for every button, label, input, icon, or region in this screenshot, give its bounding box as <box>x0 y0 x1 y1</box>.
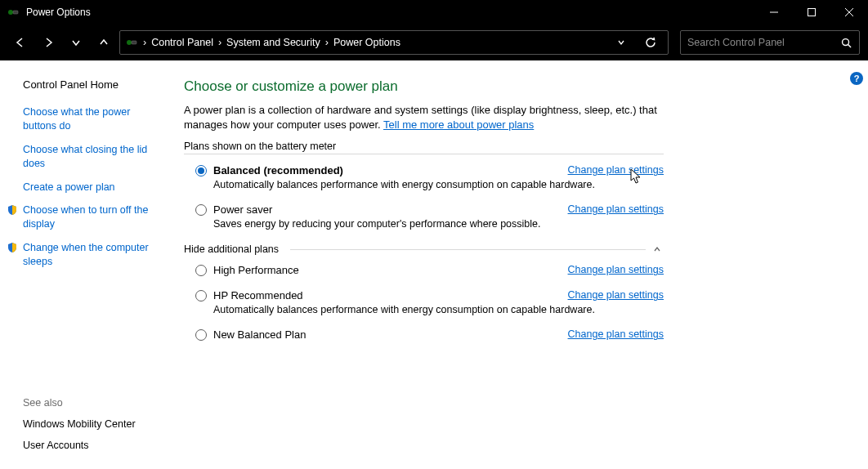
breadcrumb-power-options[interactable]: Power Options <box>333 37 400 48</box>
svg-line-9 <box>848 44 851 47</box>
control-panel-home-link[interactable]: Control Panel Home <box>23 78 159 91</box>
section-battery-label: Plans shown on the battery meter <box>184 141 664 152</box>
change-plan-settings-power-saver[interactable]: Change plan settings <box>568 203 664 215</box>
chevron-right-icon[interactable]: › <box>325 37 329 48</box>
page-title: Choose or customize a power plan <box>184 78 664 95</box>
plan-power-saver-name[interactable]: Power saver <box>213 203 272 216</box>
sidebar-link-computer-sleeps[interactable]: Change when the computer sleeps <box>23 242 149 267</box>
search-box[interactable] <box>680 30 860 55</box>
address-bar[interactable]: › Control Panel › System and Security › … <box>119 30 669 55</box>
change-plan-settings-high-performance[interactable]: Change plan settings <box>568 264 664 275</box>
sidebar-link-create-plan[interactable]: Create a power plan <box>23 181 115 193</box>
search-icon[interactable] <box>839 36 852 49</box>
plan-high-performance-radio[interactable] <box>195 265 207 276</box>
forward-button[interactable] <box>36 30 60 55</box>
plan-hp-recommended-radio[interactable] <box>195 290 207 302</box>
tell-me-more-link[interactable]: Tell me more about power plans <box>383 118 534 131</box>
svg-point-8 <box>842 38 848 45</box>
recent-locations-button[interactable] <box>64 30 88 55</box>
help-icon[interactable]: ? <box>850 72 863 85</box>
plan-balanced: Balanced (recommended) Change plan setti… <box>195 164 664 190</box>
plan-power-saver-radio[interactable] <box>195 204 207 216</box>
plan-new-balanced: New Balanced Plan Change plan settings <box>195 328 664 341</box>
address-icon <box>125 36 138 49</box>
command-bar: › Control Panel › System and Security › … <box>0 25 868 60</box>
plan-power-saver-desc: Saves energy by reducing your computer's… <box>213 218 664 230</box>
search-input[interactable] <box>687 37 839 48</box>
titlebar: Power Options <box>0 0 868 25</box>
client-area: ? Control Panel Home Choose what the pow… <box>0 60 868 469</box>
plan-hp-recommended: HP Recommended Change plan settings Auto… <box>195 289 664 315</box>
sidebar-link-turn-off-display[interactable]: Choose when to turn off the display <box>23 204 148 230</box>
chevron-right-icon[interactable]: › <box>218 37 221 48</box>
plan-high-performance-name[interactable]: High Performance <box>213 264 299 276</box>
svg-rect-7 <box>132 41 136 44</box>
see-also-mobility-center[interactable]: Windows Mobility Center <box>23 418 159 430</box>
collapse-icon[interactable] <box>651 243 664 256</box>
sidebar: Control Panel Home Choose what the power… <box>0 60 168 469</box>
svg-rect-1 <box>13 11 18 14</box>
svg-point-6 <box>127 40 132 45</box>
change-plan-settings-hp-recommended[interactable]: Change plan settings <box>568 289 664 301</box>
address-dropdown-button[interactable] <box>612 31 630 54</box>
window-title: Power Options <box>26 7 91 18</box>
close-button[interactable] <box>830 0 868 25</box>
plan-balanced-desc: Automatically balances performance with … <box>213 179 664 190</box>
page-description: A power plan is a collection of hardware… <box>184 103 664 132</box>
plan-hp-recommended-desc: Automatically balances performance with … <box>213 304 664 315</box>
maximize-button[interactable] <box>793 0 830 25</box>
main-content: Choose or customize a power plan A power… <box>168 60 868 469</box>
see-also-label: See also <box>23 397 159 409</box>
change-plan-settings-new-balanced[interactable]: Change plan settings <box>568 328 664 340</box>
plan-power-saver: Power saver Change plan settings Saves e… <box>195 203 664 230</box>
plan-high-performance: High Performance Change plan settings <box>195 264 664 276</box>
svg-point-0 <box>8 10 13 15</box>
chevron-right-icon[interactable]: › <box>143 37 146 48</box>
sidebar-link-power-buttons[interactable]: Choose what the power buttons do <box>23 106 130 132</box>
minimize-button[interactable] <box>755 0 793 25</box>
refresh-button[interactable] <box>638 30 663 55</box>
back-button[interactable] <box>8 30 33 55</box>
section-hide-label[interactable]: Hide additional plans <box>184 243 279 255</box>
up-button[interactable] <box>92 30 116 55</box>
change-plan-settings-balanced[interactable]: Change plan settings <box>568 164 664 176</box>
plan-hp-recommended-name[interactable]: HP Recommended <box>213 289 303 302</box>
plan-new-balanced-name[interactable]: New Balanced Plan <box>213 328 306 341</box>
see-also-user-accounts[interactable]: User Accounts <box>23 440 159 451</box>
app-icon <box>7 6 20 19</box>
shield-icon <box>7 204 18 216</box>
breadcrumb-control-panel[interactable]: Control Panel <box>151 37 213 48</box>
svg-rect-3 <box>808 9 816 16</box>
plan-balanced-radio[interactable] <box>195 165 207 176</box>
plan-balanced-name[interactable]: Balanced (recommended) <box>213 164 343 176</box>
sidebar-link-closing-lid[interactable]: Choose what closing the lid does <box>23 144 147 169</box>
breadcrumb-system-security[interactable]: System and Security <box>226 37 320 48</box>
shield-icon <box>7 242 18 253</box>
plan-new-balanced-radio[interactable] <box>195 329 207 341</box>
